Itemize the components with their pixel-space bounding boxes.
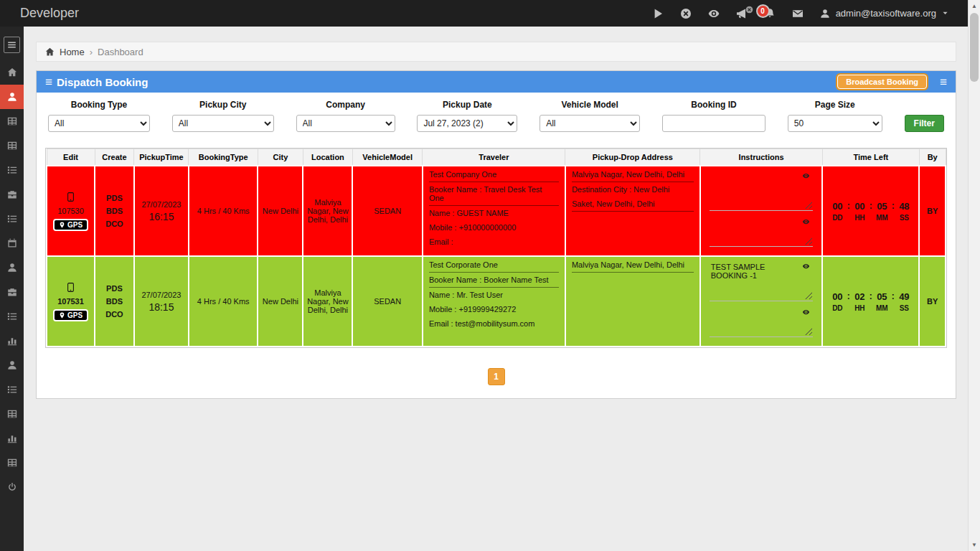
company-select[interactable]: All bbox=[296, 115, 395, 132]
resize-handle[interactable] bbox=[805, 328, 812, 335]
booking-id-input[interactable] bbox=[662, 115, 765, 132]
sidebar-item-reports-2[interactable] bbox=[0, 426, 24, 451]
location-pin-icon bbox=[59, 221, 65, 229]
page-size-select[interactable]: 50 bbox=[788, 115, 882, 132]
briefcase-icon bbox=[7, 189, 17, 199]
sidebar-item-briefcase[interactable] bbox=[0, 182, 24, 207]
sidebar-item-table-3[interactable] bbox=[0, 451, 24, 475]
user-icon bbox=[820, 9, 830, 19]
page-size-label: Page Size bbox=[788, 100, 882, 110]
home-icon bbox=[7, 67, 17, 77]
instruction-textarea[interactable]: TEST SAMPLE BOOKING -1 bbox=[710, 261, 814, 301]
power-icon bbox=[7, 482, 17, 492]
booking-type-label: Booking Type bbox=[48, 100, 150, 110]
booking-row: 107531 GPS PDS BDS DCO bbox=[47, 256, 946, 347]
sidebar-item-user-2[interactable] bbox=[0, 353, 24, 377]
sidebar-item-logout[interactable] bbox=[0, 475, 24, 499]
gps-button[interactable]: GPS bbox=[53, 219, 88, 231]
col-header-pickup-drop: Pickup-Drop Address bbox=[565, 149, 700, 166]
list-icon bbox=[7, 165, 17, 175]
city: New Delhi bbox=[258, 256, 303, 347]
scrollbar-thumb[interactable] bbox=[970, 13, 979, 82]
notifications-control[interactable]: 0 bbox=[764, 8, 776, 19]
breadcrumb-home[interactable]: Home bbox=[60, 47, 85, 57]
col-header-traveler: Traveler bbox=[423, 149, 565, 166]
booking-id-label: Booking ID bbox=[662, 100, 765, 110]
instruction-textarea[interactable] bbox=[710, 307, 814, 337]
sidebar-item-list-4[interactable] bbox=[0, 377, 24, 402]
gps-button[interactable]: GPS bbox=[53, 309, 88, 321]
sidebar-item-briefcase-2[interactable] bbox=[0, 280, 24, 304]
location: Malviya Nagar, New Delhi, Delhi bbox=[303, 256, 352, 347]
eye-icon[interactable] bbox=[801, 263, 811, 270]
eye-icon[interactable] bbox=[801, 218, 811, 225]
time-left-cell: 00: 02: 05: 49 DD HH MM SS bbox=[822, 256, 919, 347]
resize-handle[interactable] bbox=[805, 202, 812, 209]
pickup-city-select[interactable]: All bbox=[172, 115, 274, 132]
eye-icon[interactable] bbox=[708, 8, 720, 19]
sidebar-item-list-2[interactable] bbox=[0, 207, 24, 231]
panel-burger-icon[interactable]: ≡ bbox=[45, 76, 52, 88]
traveler-cell: Test Corporate One Booker Name : Booker … bbox=[423, 256, 565, 347]
scroll-up-arrow[interactable]: ▲ bbox=[969, 0, 980, 12]
stop-circle-icon[interactable] bbox=[680, 8, 692, 19]
traveler-email: Email : test@mobilitysum.com bbox=[429, 319, 559, 331]
notification-badge: 0 bbox=[756, 4, 770, 18]
col-header-by: By bbox=[919, 149, 946, 166]
sidebar-item-calendar[interactable] bbox=[0, 231, 24, 255]
sidebar-item-grid[interactable] bbox=[0, 133, 24, 158]
booking-id: 107530 bbox=[57, 207, 84, 215]
sidebar-item-dispatch-active[interactable] bbox=[0, 85, 24, 109]
breadcrumb: Home › Dashboard bbox=[36, 42, 956, 62]
instruction-textarea[interactable] bbox=[710, 171, 814, 211]
sidebar-item-list[interactable] bbox=[0, 158, 24, 182]
col-header-bookingtype: BookingType bbox=[189, 149, 258, 166]
mobile-app-icon[interactable] bbox=[66, 281, 75, 293]
traveler-email: Email : bbox=[429, 237, 559, 249]
play-icon[interactable] bbox=[652, 8, 664, 19]
vehicle-model-select[interactable]: All bbox=[540, 115, 640, 132]
sidebar-item-user[interactable] bbox=[0, 255, 24, 280]
traveler-name: Name : GUEST NAME bbox=[429, 209, 559, 220]
chart-icon bbox=[7, 336, 17, 346]
booking-id: 107531 bbox=[57, 297, 84, 306]
sidebar-item-bookings[interactable] bbox=[0, 109, 24, 133]
bookings-table: Edit Create PickupTime BookingType City … bbox=[46, 149, 946, 347]
booking-type-select[interactable]: All bbox=[48, 115, 150, 132]
scroll-down-arrow[interactable]: ▼ bbox=[969, 539, 980, 551]
table-icon bbox=[7, 458, 17, 468]
broadcast-mute-control[interactable] bbox=[736, 8, 748, 19]
eye-icon[interactable] bbox=[801, 172, 811, 179]
resize-handle[interactable] bbox=[805, 292, 812, 299]
sidebar-item-reports[interactable] bbox=[0, 329, 24, 353]
topbar-actions: 0 admin@taxisoftware.org bbox=[652, 8, 948, 19]
panel-menu-icon[interactable]: ≡ bbox=[940, 76, 947, 88]
breadcrumb-current: Dashboard bbox=[98, 47, 143, 57]
sidebar-item-home[interactable] bbox=[0, 60, 24, 85]
pickup-drop-cell: Malviya Nagar, New Delhi, Delhi bbox=[565, 256, 700, 347]
pickup-date-select[interactable]: Jul 27, 2023 (2) bbox=[417, 115, 517, 132]
user-icon bbox=[7, 92, 17, 102]
sidebar-toggle[interactable] bbox=[4, 37, 20, 53]
sidebar-item-list-3[interactable] bbox=[0, 304, 24, 329]
eye-icon[interactable] bbox=[801, 309, 811, 316]
location: Malviya Nagar, New Delhi, Delhi bbox=[303, 166, 352, 256]
resize-handle[interactable] bbox=[805, 237, 812, 245]
sidebar-item-table-2[interactable] bbox=[0, 402, 24, 426]
table-icon bbox=[7, 409, 17, 419]
sidebar bbox=[0, 27, 24, 551]
instruction-textarea[interactable] bbox=[710, 217, 814, 247]
mobile-app-icon[interactable] bbox=[66, 191, 75, 203]
main-content: Home › Dashboard ≡ Dispatch Booking Broa… bbox=[24, 27, 968, 551]
filter-button[interactable]: Filter bbox=[905, 115, 944, 132]
broadcast-booking-button[interactable]: Broadcast Booking bbox=[837, 75, 927, 89]
page-button-1[interactable]: 1 bbox=[488, 368, 505, 385]
mail-icon[interactable] bbox=[792, 8, 804, 19]
vertical-scrollbar[interactable]: ▲ ▼ bbox=[968, 0, 980, 551]
list-icon bbox=[7, 385, 17, 395]
pickup-time: 16:15 bbox=[136, 211, 187, 222]
topbar: Developer 0 admin@taxisoftware.org bbox=[0, 0, 980, 27]
user-menu[interactable]: admin@taxisoftware.org bbox=[820, 8, 948, 19]
table-icon bbox=[7, 141, 17, 151]
col-header-vehiclemodel: VehicleModel bbox=[352, 149, 422, 166]
